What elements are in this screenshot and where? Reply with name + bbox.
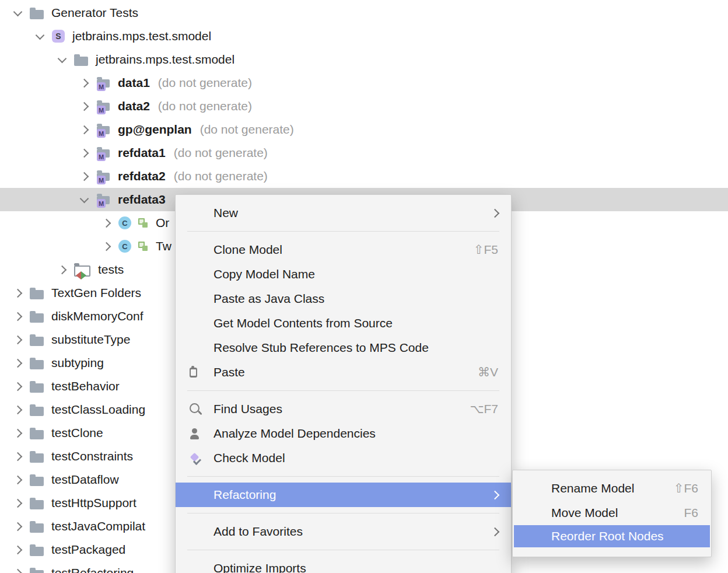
menu-item-new[interactable]: New [176,201,511,225]
magnifier-icon [190,406,214,413]
chevron-right-icon[interactable] [13,360,22,366]
chevron-glyph [13,7,22,16]
menu-item-copy-model-name[interactable]: Copy Model Name [176,262,511,286]
menu-item-label: Check Model [214,451,498,465]
chevron-right-icon[interactable] [13,477,22,483]
menu-item-refactoring[interactable]: Refactoring [176,483,511,507]
menu-separator [187,550,499,550]
model-badge: M [97,199,106,208]
menu-item-optimize-imports[interactable]: Optimize Imports [176,556,511,573]
tree-item-suffix: (do not generate) [174,169,268,183]
chevron-right-icon[interactable] [57,267,66,273]
tree-row-jetbrains-mps-test-smodel[interactable]: jetbrains.mps.test.smodel [0,48,728,71]
menu-item-find-usages[interactable]: Find Usages⌥F7 [176,397,511,421]
chevron-right-icon[interactable] [13,337,22,343]
chevron-right-icon[interactable] [13,547,22,553]
chevron-down-icon[interactable] [57,58,66,62]
green-triangle-icon [81,271,86,279]
tree-item-label: testHttpSupport [51,496,136,510]
menu-item-paste[interactable]: Paste⌘V [176,360,511,385]
bust-icon [190,428,214,439]
menu-item-move-model[interactable]: Move ModelF6 [513,501,711,525]
chevron-glyph [13,475,22,484]
chevron-right-icon[interactable] [79,150,89,156]
chevron-right-icon[interactable] [13,500,22,506]
menu-item-reorder-root-nodes[interactable]: Reorder Root Nodes [514,525,710,547]
chevron-down-icon[interactable] [35,34,44,39]
menu-separator [187,390,499,391]
tree-row-data1[interactable]: Mdata1(do not generate) [0,71,728,95]
chevron-right-icon[interactable] [102,220,111,226]
chevron-right-icon[interactable] [13,407,22,413]
chevron-right-icon[interactable] [13,430,22,436]
model-badge: M [97,129,106,138]
chevron-down-icon[interactable] [13,11,22,15]
tree-row-generator-tests[interactable]: Generator Tests [0,1,728,25]
folder-icon [30,547,44,556]
tree-item-label: Tw [156,239,172,253]
chevron-down-icon[interactable] [79,198,89,202]
tree-row-content: Sjetbrains.mps.test.smodel [0,25,728,48]
menu-item-resolve-stub-references-to-mps-code[interactable]: Resolve Stub References to MPS Code [176,336,511,360]
menu-item-label: Rename Model [551,481,656,495]
chevron-right-icon[interactable] [79,127,89,133]
folder-icon [30,453,44,463]
model-icon: M [96,76,110,90]
model-icon: M [96,99,110,113]
tree-item-label: testJavaCompilat [51,519,145,533]
tree-item-suffix: (do not generate) [158,99,252,113]
chevron-right-icon[interactable] [79,103,89,110]
menu-item-label: Paste [214,365,460,379]
model-icon: M [96,193,110,207]
chevron-right-icon[interactable] [13,290,22,296]
folder-icon [30,383,44,393]
root-node-icon [138,218,148,228]
tree-item-label: data2 [118,99,150,113]
chevron-right-icon[interactable] [13,523,22,530]
chevron-glyph [13,452,22,461]
menu-item-paste-as-java-class[interactable]: Paste as Java Class [176,286,511,311]
tree-row-content: Generator Tests [0,1,728,25]
menu-item-shortcut: ⌘V [478,365,498,379]
folder-icon [30,337,44,346]
chevron-right-icon[interactable] [13,383,22,390]
tree-item-suffix: (do not generate) [158,76,252,90]
menu-item-rename-model[interactable]: Rename Model⇧F6 [513,476,711,501]
tree-row-gp-genplan[interactable]: Mgp@genplan(do not generate) [0,118,728,141]
chevron-right-icon[interactable] [79,80,89,86]
chevron-right-icon[interactable] [13,453,22,460]
tree-item-label: subtyping [51,356,104,370]
model-icon: M [96,123,110,137]
tree-row-content: Mrefdata1(do not generate) [0,141,728,165]
chevron-glyph [102,218,111,228]
submenu-arrow-icon [491,208,500,218]
menu-item-analyze-model-dependencies[interactable]: Analyze Model Dependencies [176,421,511,446]
chevron-glyph [13,498,22,508]
chevron-right-icon[interactable] [79,173,89,180]
tree-row-content: Mdata2(do not generate) [0,95,728,118]
menu-item-label: Move Model [551,506,666,520]
menu-item-add-to-favorites[interactable]: Add to Favorites [176,519,511,544]
tree-row-refdata2[interactable]: Mrefdata2(do not generate) [0,165,728,188]
chevron-glyph [13,335,22,344]
chevron-glyph [79,172,89,181]
tree-row-refdata1[interactable]: Mrefdata1(do not generate) [0,141,728,165]
tree-item-label: testClone [51,426,103,440]
folder-icon [30,523,44,533]
chevron-glyph [79,125,89,134]
tree-row-content: Mrefdata2(do not generate) [0,165,728,188]
tree-item-label: testClassLoading [51,403,145,417]
menu-item-get-model-contents-from-source[interactable]: Get Model Contents from Source [176,311,511,336]
root-node-icon [138,242,148,251]
menu-item-label: Clone Model [214,243,456,257]
menu-item-clone-model[interactable]: Clone Model⇧F5 [176,237,511,262]
chevron-right-icon[interactable] [13,313,22,320]
menu-item-check-model[interactable]: Check Model [176,446,511,470]
tests-folder-icon [74,265,90,277]
folder-icon [30,360,44,369]
chevron-right-icon[interactable] [13,570,22,573]
chevron-right-icon[interactable] [102,243,111,250]
menu-item-label: Paste as Java Class [214,292,498,306]
tree-row-jetbrains-mps-test-smodel[interactable]: Sjetbrains.mps.test.smodel [0,25,728,48]
tree-row-data2[interactable]: Mdata2(do not generate) [0,95,728,118]
